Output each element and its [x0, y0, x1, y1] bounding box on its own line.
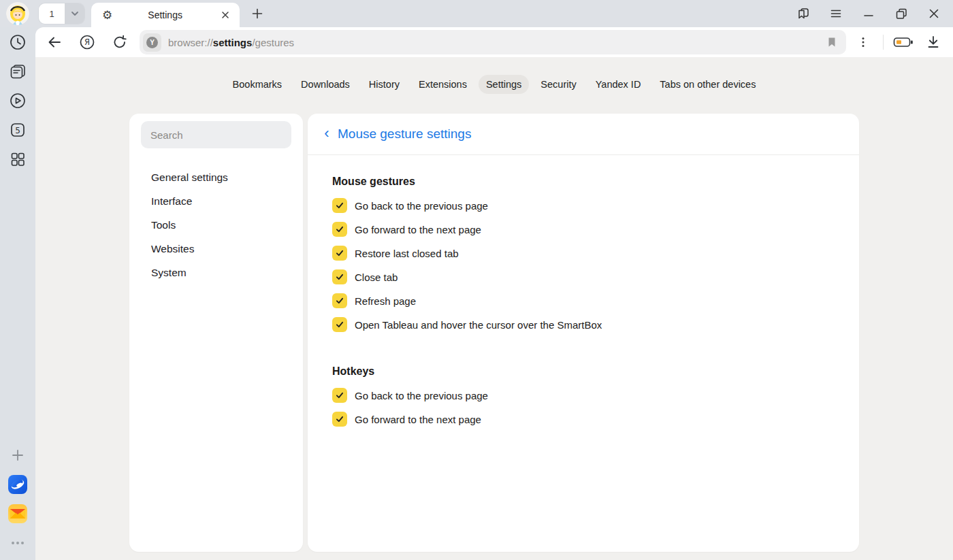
nav-tab-history[interactable]: History: [361, 75, 407, 94]
tab-list-chevron-button[interactable]: [65, 3, 84, 24]
check-icon: [335, 414, 344, 424]
minimize-button[interactable]: [858, 3, 879, 24]
tab-counter-icon: 5: [9, 121, 27, 139]
hamburger-menu-icon: [829, 7, 843, 20]
video-button[interactable]: [7, 90, 28, 111]
chevron-down-icon: [70, 9, 80, 18]
tab-close-button[interactable]: [218, 7, 233, 22]
browser-menu-button[interactable]: [825, 3, 847, 24]
tabs-button[interactable]: 5: [7, 120, 28, 140]
checkbox-checked[interactable]: [332, 388, 347, 403]
toolbar-divider: [883, 35, 884, 50]
bookmark-page-button[interactable]: [826, 36, 838, 48]
nav-tab-security[interactable]: Security: [533, 75, 583, 94]
checkbox-checked[interactable]: [332, 293, 347, 308]
hotkey-row-go-back[interactable]: Go back to the previous page: [332, 388, 835, 403]
checkbox-checked[interactable]: [332, 222, 347, 237]
services-button[interactable]: [7, 149, 28, 169]
profile-avatar[interactable]: [6, 2, 29, 25]
toolbar: Я Y browser://settings/gestures: [35, 27, 953, 57]
sidebar-item-general-settings[interactable]: General settings: [141, 166, 291, 190]
yandex-browser-app-button[interactable]: [7, 474, 28, 495]
maximize-button[interactable]: [890, 3, 912, 24]
check-icon: [335, 320, 344, 329]
check-icon: [335, 201, 344, 210]
checkbox-checked[interactable]: [332, 317, 347, 332]
plus-icon: [11, 448, 25, 462]
tab-bar: 1 ⚙ Settings: [0, 0, 953, 27]
close-window-button[interactable]: [923, 3, 945, 24]
reload-button[interactable]: [110, 32, 130, 52]
bookmarks-panel-button[interactable]: [792, 3, 814, 24]
svg-text:5: 5: [15, 126, 20, 135]
checkbox-label: Restore last closed tab: [355, 248, 459, 259]
settings-nav-tabs: Bookmarks Downloads History Extensions S…: [35, 75, 953, 94]
bookmark-icon: [826, 36, 838, 48]
arrow-left-icon: [46, 34, 63, 50]
url-host: settings: [213, 37, 253, 48]
bookmarks-panel-icon: [796, 6, 811, 21]
check-icon: [335, 391, 344, 400]
plus-icon: [252, 8, 263, 19]
nav-tab-yandex-id[interactable]: Yandex ID: [588, 75, 649, 94]
hotkey-row-go-forward[interactable]: Go forward to the next page: [332, 412, 835, 427]
settings-sidebar: General settings Interface Tools Website…: [129, 114, 303, 552]
url-text: browser://settings/gestures: [168, 37, 826, 48]
checkbox-checked[interactable]: [332, 198, 347, 213]
checkbox-checked[interactable]: [332, 412, 347, 427]
history-button[interactable]: [7, 32, 28, 52]
address-bar[interactable]: Y browser://settings/gestures: [140, 30, 846, 54]
gesture-row-restore-tab[interactable]: Restore last closed tab: [332, 246, 835, 261]
checkbox-checked[interactable]: [332, 246, 347, 261]
yandex-mail-app-button[interactable]: [7, 504, 28, 524]
window-controls: [792, 3, 945, 24]
search-input[interactable]: [141, 121, 291, 148]
checkbox-label: Go forward to the next page: [355, 414, 481, 425]
nav-tab-bookmarks[interactable]: Bookmarks: [225, 75, 290, 94]
gesture-row-refresh-page[interactable]: Refresh page: [332, 293, 835, 308]
back-button[interactable]: [44, 32, 65, 52]
minimize-icon: [862, 7, 875, 20]
nav-tab-settings[interactable]: Settings: [479, 75, 529, 94]
download-icon: [926, 35, 941, 50]
more-panels-button[interactable]: [7, 533, 28, 553]
site-badge: Y: [143, 33, 161, 52]
nav-tab-extensions[interactable]: Extensions: [411, 75, 474, 94]
clock-icon: [9, 33, 27, 51]
gesture-row-open-tableau[interactable]: Open Tableau and hover the cursor over t…: [332, 317, 835, 332]
checkbox-checked[interactable]: [332, 269, 347, 284]
check-icon: [335, 225, 344, 234]
gesture-row-close-tab[interactable]: Close tab: [332, 269, 835, 284]
nav-tab-other-devices[interactable]: Tabs on other devices: [652, 75, 763, 94]
browser-tab-settings[interactable]: ⚙ Settings: [91, 3, 240, 27]
gesture-row-go-back[interactable]: Go back to the previous page: [332, 198, 835, 213]
battery-icon: [893, 36, 914, 48]
tab-count-button[interactable]: 1: [39, 3, 65, 24]
feed-button[interactable]: [7, 61, 28, 82]
panel-header: ‹ Mouse gesture settings: [308, 114, 859, 155]
restore-window-icon: [894, 7, 908, 20]
sidebar-item-system[interactable]: System: [141, 261, 291, 285]
play-circle-icon: [9, 92, 27, 110]
sidebar-item-interface[interactable]: Interface: [141, 190, 291, 214]
back-to-settings-button[interactable]: ‹: [319, 126, 335, 142]
check-icon: [335, 248, 344, 258]
gesture-row-go-forward[interactable]: Go forward to the next page: [332, 222, 835, 237]
checkbox-label: Close tab: [355, 271, 398, 283]
yandex-search-button[interactable]: Я: [77, 32, 97, 52]
downloads-button[interactable]: [923, 32, 943, 52]
nav-tab-downloads[interactable]: Downloads: [293, 75, 357, 94]
sidebar-item-tools[interactable]: Tools: [141, 214, 291, 237]
new-tab-button[interactable]: [248, 4, 267, 23]
section-heading-mouse-gestures: Mouse gestures: [332, 176, 835, 188]
sidebar-item-websites[interactable]: Websites: [141, 237, 291, 261]
refresh-icon: [112, 34, 128, 50]
browser-logo-icon: Y: [146, 37, 158, 48]
page-actions-button[interactable]: [853, 32, 873, 52]
apps-grid-icon: [9, 150, 27, 168]
battery-saver-button[interactable]: [893, 32, 914, 52]
add-panel-button[interactable]: [7, 445, 28, 465]
ellipsis-icon: [10, 540, 25, 546]
url-path: /gestures: [252, 37, 294, 48]
yandex-browser-logo-icon: [7, 474, 28, 495]
